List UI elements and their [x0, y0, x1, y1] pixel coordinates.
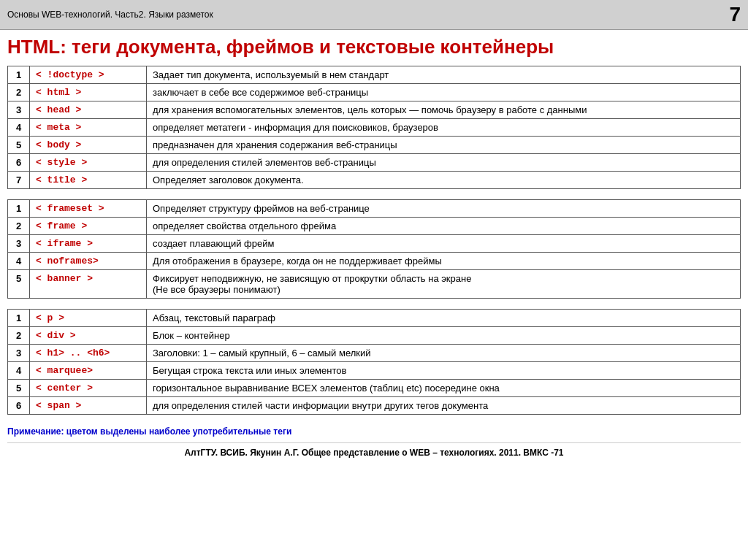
table-frame-tags: 1< frameset >Определяет структуру фреймо…	[7, 199, 741, 299]
tag-description: Задает тип документа, используемый в нем…	[147, 66, 741, 84]
tag-description: создает плавающий фрейм	[147, 235, 741, 253]
table-row: 2< html >заключает в себе все содержимое…	[8, 84, 741, 101]
tag-description: определяет свойства отдельного фрейма	[147, 218, 741, 235]
row-number: 3	[8, 345, 30, 362]
tag-description: предназначен для хранения содержания веб…	[147, 137, 741, 154]
row-number: 3	[8, 101, 30, 119]
tag-description: Заголовки: 1 – самый крупный, 6 – самый …	[147, 345, 741, 362]
table-row: 6< span >для определения стилей части ин…	[8, 397, 741, 415]
tag-name: < noframes>	[30, 253, 147, 270]
row-number: 2	[8, 84, 30, 101]
row-number: 4	[8, 119, 30, 137]
tag-name: < body >	[30, 137, 147, 154]
tag-name: < banner >	[30, 270, 147, 299]
tag-description: Абзац, текстовый параграф	[147, 310, 741, 327]
slide-title: Основы WEB-технологий. Часть2. Языки раз…	[7, 9, 213, 20]
table-row: 2< frame >определяет свойства отдельного…	[8, 218, 741, 235]
tag-name: < head >	[30, 101, 147, 119]
row-number: 6	[8, 397, 30, 415]
table-row: 5< center >горизонтальное выравнивание В…	[8, 380, 741, 397]
tag-description: Определяет структуру фреймов на веб-стра…	[147, 200, 741, 218]
content-area: 1< !doctype >Задает тип документа, испол…	[0, 66, 748, 468]
table-text-tags: 1< p >Абзац, текстовый параграф2< div >Б…	[7, 309, 741, 415]
note: Примечание: цветом выделены наиболее упо…	[7, 425, 741, 440]
row-number: 4	[8, 362, 30, 380]
table-row: 4< marquee>Бегущая строка текста или ины…	[8, 362, 741, 380]
tag-name: < !doctype >	[30, 66, 147, 84]
table-row: 5< body >предназначен для хранения содер…	[8, 137, 741, 154]
row-number: 2	[8, 327, 30, 345]
row-number: 5	[8, 380, 30, 397]
table-row: 1< p >Абзац, текстовый параграф	[8, 310, 741, 327]
table-row: 1< frameset >Определяет структуру фреймо…	[8, 200, 741, 218]
tag-name: < span >	[30, 397, 147, 415]
table-row: 3< head >для хранения вспомогательных эл…	[8, 101, 741, 119]
tag-name: < iframe >	[30, 235, 147, 253]
table-row: 7< title >Определяет заголовок документа…	[8, 172, 741, 189]
table-row: 4< noframes>Для отображения в браузере, …	[8, 253, 741, 270]
tag-name: < div >	[30, 327, 147, 345]
footer: АлтГТУ. ВСИБ. Якунин А.Г. Общее представ…	[7, 442, 741, 461]
tag-name: < frameset >	[30, 200, 147, 218]
row-number: 7	[8, 172, 30, 189]
tag-description: Бегущая строка текста или иных элементов	[147, 362, 741, 380]
table-row: 5< banner >Фиксирует неподвижную, не зав…	[8, 270, 741, 299]
tag-description: Блок – контейнер	[147, 327, 741, 345]
row-number: 1	[8, 66, 30, 84]
row-number: 6	[8, 154, 30, 172]
table-row: 1< !doctype >Задает тип документа, испол…	[8, 66, 741, 84]
row-number: 5	[8, 137, 30, 154]
table-row: 3< iframe >создает плавающий фрейм	[8, 235, 741, 253]
tag-description: Фиксирует неподвижную, не зависящую от п…	[147, 270, 741, 299]
tag-name: < center >	[30, 380, 147, 397]
tag-name: < frame >	[30, 218, 147, 235]
tag-name: < h1> .. <h6>	[30, 345, 147, 362]
tag-description: для хранения вспомогательных элементов, …	[147, 101, 741, 119]
row-number: 3	[8, 235, 30, 253]
tag-description: для определения стилей элементов веб-стр…	[147, 154, 741, 172]
table-row: 2< div >Блок – контейнер	[8, 327, 741, 345]
tag-name: < style >	[30, 154, 147, 172]
table-row: 4< meta >определяет метатеги - информаци…	[8, 119, 741, 137]
tag-name: < title >	[30, 172, 147, 189]
main-title: HTML: теги документа, фреймов и текстовы…	[0, 30, 748, 66]
tag-name: < marquee>	[30, 362, 147, 380]
tag-description: горизонтальное выравнивание ВСЕХ элемент…	[147, 380, 741, 397]
row-number: 5	[8, 270, 30, 299]
tag-description: для определения стилей части информации …	[147, 397, 741, 415]
tag-name: < p >	[30, 310, 147, 327]
page-number: 7	[729, 3, 741, 26]
table-row: 3< h1> .. <h6>Заголовки: 1 – самый крупн…	[8, 345, 741, 362]
row-number: 4	[8, 253, 30, 270]
table-row: 6< style >для определения стилей элемент…	[8, 154, 741, 172]
tag-name: < html >	[30, 84, 147, 101]
table-document-tags: 1< !doctype >Задает тип документа, испол…	[7, 66, 741, 189]
tag-description: определяет метатеги - информация для пои…	[147, 119, 741, 137]
top-bar: Основы WEB-технологий. Часть2. Языки раз…	[0, 0, 748, 30]
tag-description: Определяет заголовок документа.	[147, 172, 741, 189]
tag-description: Для отображения в браузере, когда он не …	[147, 253, 741, 270]
tag-description: заключает в себе все содержимое веб-стра…	[147, 84, 741, 101]
tag-name: < meta >	[30, 119, 147, 137]
row-number: 1	[8, 200, 30, 218]
row-number: 1	[8, 310, 30, 327]
row-number: 2	[8, 218, 30, 235]
